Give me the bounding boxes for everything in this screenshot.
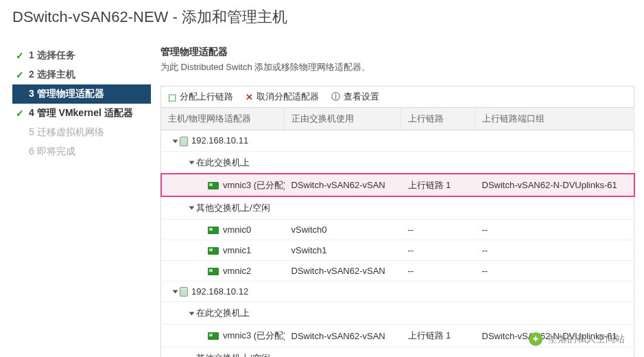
step-4[interactable]: ✓ 4 管理 VMkernel 适配器 <box>12 104 151 123</box>
cell-portgroup <box>475 347 634 357</box>
step-label: 6 即将完成 <box>29 146 75 158</box>
cell-switch <box>285 302 401 325</box>
cell-switch <box>285 130 401 152</box>
cell-name: vmnic2 <box>161 260 285 281</box>
table-row[interactable]: 在此交换机上 <box>161 151 634 174</box>
cell-uplink <box>401 151 475 174</box>
table-row[interactable]: 其他交换机上/空闲 <box>161 347 634 357</box>
cell-name: 192.168.10.11 <box>161 130 285 152</box>
col-in-use-by[interactable]: 正由交换机使用 <box>285 108 401 130</box>
step-5[interactable]: ✓ 5 迁移虚拟机网络 <box>12 123 151 142</box>
table-row[interactable]: vmnic1vSwitch1---- <box>161 240 634 260</box>
cancel-icon: ✕ <box>246 92 253 102</box>
assign-icon: ⬚ <box>168 92 176 102</box>
cell-name: 192.168.10.12 <box>161 281 285 302</box>
cell-uplink <box>401 302 475 325</box>
table-row[interactable]: 其他交换机上/空闲 <box>161 196 634 219</box>
cell-uplink <box>401 347 475 357</box>
step-label: 4 管理 VMkernel 适配器 <box>29 107 133 119</box>
step-label: 3 管理物理适配器 <box>29 88 104 100</box>
cell-uplink: 上行链路 1 <box>401 174 475 196</box>
table-row[interactable]: 在此交换机上 <box>161 302 634 325</box>
expand-icon[interactable] <box>189 312 195 315</box>
col-host-adapter[interactable]: 主机/物理网络适配器 <box>161 108 285 130</box>
cell-name: 其他交换机上/空闲 <box>161 347 285 357</box>
toolbar: ⬚ 分配上行链路 ✕ 取消分配适配器 ⓘ 查看设置 <box>160 86 634 107</box>
step-3[interactable]: ✓ 3 管理物理适配器 <box>12 84 151 104</box>
cell-switch: vSwitch1 <box>285 240 401 260</box>
cell-uplink: -- <box>401 240 475 260</box>
assign-uplink-button[interactable]: ⬚ 分配上行链路 <box>168 91 233 103</box>
watermark: ✦ 坠落的私人空间站 <box>529 332 625 346</box>
expand-icon[interactable] <box>173 290 178 294</box>
cell-portgroup <box>475 151 634 174</box>
cell-portgroup <box>475 302 634 325</box>
cell-uplink: 上行链路 1 <box>401 325 475 347</box>
cell-portgroup <box>475 281 634 302</box>
cell-portgroup: -- <box>475 240 634 260</box>
checkmark-icon: ✓ <box>15 108 25 119</box>
section-description: 为此 Distributed Switch 添加或移除物理网络适配器。 <box>160 61 634 73</box>
expand-icon[interactable] <box>189 161 195 165</box>
unassign-label: 取消分配适配器 <box>257 91 319 103</box>
cell-uplink <box>401 130 475 152</box>
page-title: DSwitch-vSAN62-NEW - 添加和管理主机 <box>0 0 644 36</box>
checkmark-icon: ✓ <box>15 50 25 61</box>
cell-switch: vSwitch0 <box>285 219 401 240</box>
unassign-adapter-button[interactable]: ✕ 取消分配适配器 <box>246 91 319 103</box>
nic-icon <box>208 227 219 234</box>
view-settings-button[interactable]: ⓘ 查看设置 <box>331 91 379 103</box>
watermark-text: 坠落的私人空间站 <box>548 333 625 345</box>
table-row[interactable]: 192.168.10.11 <box>161 130 634 152</box>
col-uplink-portgroup[interactable]: 上行链路端口组 <box>475 108 634 130</box>
col-uplink[interactable]: 上行链路 <box>401 108 475 130</box>
cell-uplink: -- <box>401 219 475 240</box>
cell-portgroup: DSwitch-vSAN62-N-DVUplinks-61 <box>475 174 634 196</box>
nic-icon <box>208 268 219 275</box>
step-1[interactable]: ✓ 1 选择任务 <box>12 46 151 65</box>
cell-switch: DSwitch-vSAN62-vSAN <box>285 174 401 196</box>
step-label: 5 迁移虚拟机网络 <box>29 126 104 139</box>
step-6[interactable]: ✓ 6 即将完成 <box>12 142 151 161</box>
cell-name: 在此交换机上 <box>161 302 285 325</box>
checkmark-icon: ✓ <box>15 69 25 80</box>
cell-name: vmnic0 <box>161 219 285 240</box>
table-row[interactable]: 192.168.10.12 <box>161 281 634 302</box>
wizard-steps: ✓ 1 选择任务 ✓ 2 选择主机 ✓ 3 管理物理适配器 ✓ 4 管理 VMk… <box>0 36 151 357</box>
cell-portgroup: -- <box>475 219 634 240</box>
cell-uplink: -- <box>401 260 475 281</box>
host-icon <box>180 137 188 146</box>
cell-name: vmnic3 (已分配) <box>161 325 285 347</box>
cell-switch <box>285 281 401 302</box>
main-content: 管理物理适配器 为此 Distributed Switch 添加或移除物理网络适… <box>151 36 644 357</box>
adapter-table: 主机/物理网络适配器 正由交换机使用 上行链路 上行链路端口组 192.168.… <box>160 107 634 357</box>
cell-name: vmnic1 <box>161 240 285 260</box>
step-2[interactable]: ✓ 2 选择主机 <box>12 65 151 84</box>
cell-switch <box>285 151 401 174</box>
cell-switch: DSwitch-vSAN62-vSAN <box>285 260 401 281</box>
cell-name: 在此交换机上 <box>161 151 285 174</box>
wechat-icon: ✦ <box>529 332 542 346</box>
info-icon: ⓘ <box>331 91 340 103</box>
host-icon <box>180 287 188 297</box>
cell-portgroup <box>475 196 634 219</box>
cell-switch <box>285 347 401 357</box>
table-row[interactable]: vmnic3 (已分配)DSwitch-vSAN62-vSAN上行链路 1DSw… <box>161 174 634 196</box>
expand-icon[interactable] <box>173 139 178 143</box>
section-heading: 管理物理适配器 <box>160 46 634 58</box>
cell-switch <box>285 196 401 219</box>
expand-icon[interactable] <box>189 207 195 210</box>
view-label: 查看设置 <box>344 91 379 103</box>
step-label: 1 选择任务 <box>29 49 75 62</box>
table-row[interactable]: vmnic2DSwitch-vSAN62-vSAN---- <box>161 260 634 281</box>
nic-icon <box>208 332 219 340</box>
cell-name: 其他交换机上/空闲 <box>161 196 285 219</box>
assign-label: 分配上行链路 <box>180 91 233 103</box>
cell-uplink <box>401 281 475 302</box>
cell-portgroup: -- <box>475 260 634 281</box>
cell-switch: DSwitch-vSAN62-vSAN <box>285 325 401 347</box>
step-label: 2 选择主机 <box>29 69 75 81</box>
cell-portgroup <box>475 130 634 152</box>
cell-name: vmnic3 (已分配) <box>161 174 285 196</box>
table-row[interactable]: vmnic0vSwitch0---- <box>161 219 634 240</box>
